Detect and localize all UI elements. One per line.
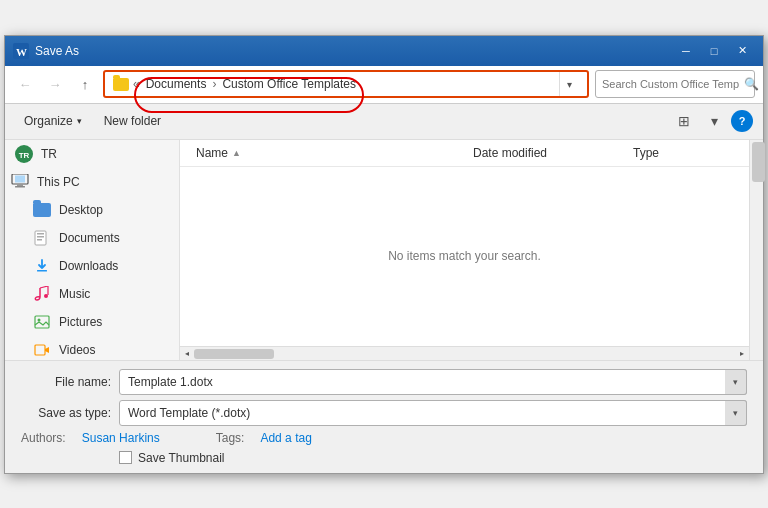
- meta-row: Authors: Susan Harkins Tags: Add a tag: [21, 431, 747, 445]
- this-pc-icon: [11, 174, 29, 190]
- scroll-right-button[interactable]: ▸: [735, 346, 749, 360]
- content-area: Name ▲ Date modified Type No items match…: [180, 140, 749, 360]
- svg-rect-10: [37, 236, 44, 238]
- search-box[interactable]: 🔍: [595, 70, 755, 98]
- sidebar-item-tr[interactable]: TR TR: [5, 140, 179, 168]
- column-name[interactable]: Name ▲: [196, 146, 473, 160]
- scroll-track[interactable]: [194, 347, 735, 360]
- up-button[interactable]: ↑: [73, 72, 97, 96]
- svg-rect-6: [17, 184, 23, 186]
- filename-input[interactable]: [119, 369, 747, 395]
- filename-input-wrapper: ▾: [119, 369, 747, 395]
- view-button[interactable]: ⊞: [671, 108, 697, 134]
- address-part2: Custom Office Templates: [222, 77, 356, 91]
- new-folder-label: New folder: [104, 114, 161, 128]
- svg-rect-14: [35, 316, 49, 328]
- column-date: Date modified: [473, 146, 633, 160]
- footer: File name: ▾ Save as type: ▾ Authors: Su…: [5, 360, 763, 473]
- authors-value[interactable]: Susan Harkins: [82, 431, 160, 445]
- sidebar-item-pictures[interactable]: Pictures: [5, 308, 179, 336]
- filename-row: File name: ▾: [21, 369, 747, 395]
- thumbnail-row: Save Thumbnail: [21, 451, 747, 465]
- documents-icon: [33, 230, 51, 246]
- address-separator: ›: [212, 77, 216, 91]
- savetype-label: Save as type:: [21, 406, 111, 420]
- help-button[interactable]: ?: [731, 110, 753, 132]
- thumbnail-checkbox[interactable]: [119, 451, 132, 464]
- svg-point-15: [38, 318, 41, 321]
- tags-input[interactable]: Add a tag: [260, 431, 311, 445]
- search-icon: 🔍: [744, 77, 759, 91]
- toolbar: Organize ▾ New folder ⊞ ▾ ?: [5, 104, 763, 140]
- videos-icon: [33, 342, 51, 358]
- filename-dropdown-button[interactable]: ▾: [725, 369, 747, 395]
- svg-rect-5: [15, 176, 25, 183]
- address-path[interactable]: « Documents › Custom Office Templates ▾: [103, 70, 589, 98]
- sidebar-item-documents[interactable]: Documents: [5, 224, 179, 252]
- content-header: Name ▲ Date modified Type: [180, 140, 749, 167]
- sidebar-item-this-pc[interactable]: This PC: [5, 168, 179, 196]
- svg-rect-7: [15, 186, 25, 188]
- sidebar-item-downloads[interactable]: Downloads: [5, 252, 179, 280]
- empty-message: No items match your search.: [388, 249, 541, 263]
- sidebar-label-videos: Videos: [59, 343, 95, 357]
- vertical-scrollbar[interactable]: [749, 140, 763, 360]
- savetype-input[interactable]: [119, 400, 747, 426]
- music-icon: [33, 286, 51, 302]
- svg-rect-12: [37, 270, 47, 272]
- maximize-button[interactable]: □: [701, 41, 727, 61]
- svg-text:W: W: [16, 46, 27, 58]
- sidebar-label-downloads: Downloads: [59, 259, 118, 273]
- sidebar: TR TR This PC: [5, 140, 180, 360]
- organize-arrow: ▾: [77, 116, 82, 126]
- svg-rect-16: [35, 345, 45, 355]
- svg-point-13: [44, 294, 48, 298]
- close-button[interactable]: ✕: [729, 41, 755, 61]
- minimize-button[interactable]: ─: [673, 41, 699, 61]
- address-dropdown-button[interactable]: ▾: [559, 70, 579, 98]
- sidebar-label-tr: TR: [41, 147, 57, 161]
- desktop-folder-icon: [33, 202, 51, 218]
- back-button[interactable]: ←: [13, 72, 37, 96]
- view-dropdown-button[interactable]: ▾: [701, 108, 727, 134]
- address-part1: Documents: [146, 77, 207, 91]
- tr-icon: TR: [15, 146, 33, 162]
- forward-button[interactable]: →: [43, 72, 67, 96]
- authors-label: Authors:: [21, 431, 66, 445]
- sidebar-item-desktop[interactable]: Desktop: [5, 196, 179, 224]
- sidebar-item-music[interactable]: Music: [5, 280, 179, 308]
- horizontal-scrollbar[interactable]: ◂ ▸: [180, 346, 749, 360]
- view-icon: ⊞: [678, 113, 690, 129]
- title-bar: W Save As ─ □ ✕: [5, 36, 763, 66]
- sidebar-label-desktop: Desktop: [59, 203, 103, 217]
- scroll-thumb[interactable]: [194, 349, 274, 359]
- savetype-input-wrapper: ▾: [119, 400, 747, 426]
- dialog-title: Save As: [35, 44, 673, 58]
- address-path-inner: « Documents › Custom Office Templates: [113, 77, 559, 91]
- savetype-row: Save as type: ▾: [21, 400, 747, 426]
- downloads-icon: [33, 258, 51, 274]
- search-input[interactable]: [602, 78, 740, 90]
- sidebar-label-music: Music: [59, 287, 90, 301]
- pictures-icon: [33, 314, 51, 330]
- vscroll-thumb[interactable]: [752, 142, 765, 182]
- scroll-left-button[interactable]: ◂: [180, 346, 194, 360]
- filename-label: File name:: [21, 375, 111, 389]
- new-folder-button[interactable]: New folder: [95, 108, 170, 134]
- sidebar-label-pictures: Pictures: [59, 315, 102, 329]
- address-bar: ← → ↑ « Documents › Custom Office Templa…: [5, 66, 763, 104]
- view-arrow: ▾: [711, 113, 718, 129]
- window-controls: ─ □ ✕: [673, 41, 755, 61]
- organize-label: Organize: [24, 114, 73, 128]
- address-prefix: «: [133, 77, 140, 91]
- savetype-dropdown-button[interactable]: ▾: [725, 400, 747, 426]
- thumbnail-label: Save Thumbnail: [138, 451, 225, 465]
- content-body: No items match your search.: [180, 167, 749, 346]
- tags-label: Tags:: [216, 431, 245, 445]
- organize-button[interactable]: Organize ▾: [15, 108, 91, 134]
- sort-arrow: ▲: [232, 148, 241, 158]
- main-area: TR TR This PC: [5, 140, 763, 360]
- column-type: Type: [633, 146, 733, 160]
- sidebar-item-videos[interactable]: Videos: [5, 336, 179, 360]
- svg-rect-9: [37, 233, 44, 235]
